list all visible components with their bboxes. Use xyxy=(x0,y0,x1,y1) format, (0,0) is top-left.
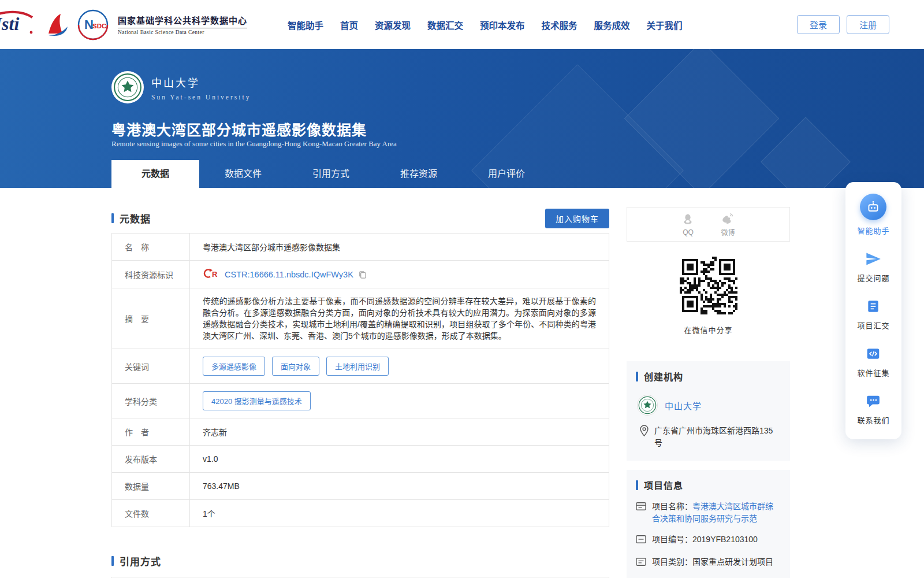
creator-org-row: 中山大学 xyxy=(636,390,781,421)
creator-header: 创建机构 xyxy=(636,369,781,383)
tab-user-reviews[interactable]: 用户评价 xyxy=(463,160,550,188)
meta-value-name: 粤港澳大湾区部分城市遥感影像数据集 xyxy=(190,234,609,260)
keyword-tag[interactable]: 面向对象 xyxy=(272,357,319,376)
svg-text:R: R xyxy=(212,270,218,279)
meta-row-subject: 学科分类 42020 摄影测量与遥感技术 xyxy=(112,384,609,418)
meta-row-name: 名 称 粤港澳大湾区部分城市遥感影像数据集 xyxy=(112,234,609,261)
main-nav: 智能助手 首页 资源发现 数据汇交 预印本发布 技术服务 服务成效 关于我们 xyxy=(288,0,683,49)
meta-value-keywords: 多源遥感影像 面向对象 土地利用识别 xyxy=(190,349,609,383)
metadata-table: 名 称 粤港澳大湾区部分城市遥感影像数据集 科技资源标识 R CSTR:1666… xyxy=(111,233,609,527)
project-name-label: 项目名称： xyxy=(652,502,692,511)
meta-row-version: 发布版本 v1.0 xyxy=(112,446,609,473)
site-title-cn: 国家基础学科公共科学数据中心 xyxy=(118,14,247,26)
meta-row-files: 文件数 1个 xyxy=(112,500,609,527)
dataset-title: 粤港澳大湾区部分城市遥感影像数据集 xyxy=(111,118,367,139)
qr-caption: 在微信中分享 xyxy=(627,324,790,335)
tab-recommended-resources[interactable]: 推荐资源 xyxy=(375,160,463,188)
login-button[interactable]: 登录 xyxy=(797,15,840,34)
share-qq[interactable]: QQ xyxy=(681,213,694,236)
meta-label-abstract: 摘 要 xyxy=(112,288,190,349)
tab-citation[interactable]: 引用方式 xyxy=(287,160,375,188)
meta-label-author: 作 者 xyxy=(112,418,190,445)
nsti-logo-icon: Nsti xyxy=(0,10,35,39)
svg-text:Nsti: Nsti xyxy=(0,13,19,34)
meta-row-author: 作 者 齐志新 xyxy=(112,418,609,446)
tab-metadata[interactable]: 元数据 xyxy=(111,160,199,188)
fp-project-submission[interactable]: 项目汇交 xyxy=(857,298,889,331)
section-accent-bar xyxy=(636,480,638,490)
section-accent-bar xyxy=(636,372,638,381)
meta-row-keywords: 关键词 多源遥感影像 面向对象 土地利用识别 xyxy=(112,349,609,384)
citation-section-title: 引用方式 xyxy=(120,554,161,568)
project-type-text: 项目类别：国家重点研发计划项目 xyxy=(652,556,773,570)
fp-contact-us[interactable]: 联系我们 xyxy=(857,392,889,425)
keyword-tag[interactable]: 土地利用识别 xyxy=(326,357,389,376)
meta-value-subject: 42020 摄影测量与遥感技术 xyxy=(190,384,609,418)
fp-software-collection[interactable]: 软件征集 xyxy=(857,345,889,378)
metadata-section-title: 元数据 xyxy=(120,211,151,225)
meta-row-cstr: 科技资源标识 R CSTR:16666.11.nbsdc.IQwFWy3K xyxy=(112,261,609,288)
nav-item-tech-service[interactable]: 技术服务 xyxy=(542,18,578,31)
project-code-value: 2019YFB2103100 xyxy=(692,535,758,544)
site-logo[interactable]: Nsti N SDC 国家基础学科公共 xyxy=(0,0,247,49)
meta-value-version: v1.0 xyxy=(190,446,609,472)
project-type-value: 国家重点研发计划项目 xyxy=(692,557,773,566)
metadata-section: 元数据 加入购物车 名 称 粤港澳大湾区部分城市遥感影像数据集 科技资源标识 R xyxy=(111,188,609,578)
page: Nsti N SDC 国家基础学科公共 xyxy=(0,0,924,578)
wechat-share: 在微信中分享 xyxy=(627,257,790,335)
project-name-text: 项目名称：粤港澳大湾区城市群综合决策和协同服务研究与示范 xyxy=(652,501,781,525)
fp-ai-assistant[interactable]: 智能助手 xyxy=(857,194,889,236)
fp-software-collection-label: 软件征集 xyxy=(857,367,889,378)
chat-icon xyxy=(865,392,882,410)
nav-item-preprint[interactable]: 预印本发布 xyxy=(480,18,525,31)
nav-item-service-results[interactable]: 服务成效 xyxy=(594,18,630,31)
svg-text:SDC: SDC xyxy=(92,23,106,29)
robot-icon xyxy=(860,194,886,220)
nav-item-about[interactable]: 关于我们 xyxy=(647,18,683,31)
dataset-tabs: 元数据 数据文件 引用方式 推荐资源 用户评价 xyxy=(111,160,550,188)
paper-plane-icon xyxy=(865,250,882,268)
subject-tag[interactable]: 42020 摄影测量与遥感技术 xyxy=(203,391,311,410)
section-accent-bar xyxy=(111,556,114,566)
creator-box: 创建机构 中山大学 广 xyxy=(627,361,790,461)
nsdc-logo-icon: N SDC xyxy=(77,9,109,40)
university-logo xyxy=(111,71,144,103)
meta-value-abstract: 传统的遥感影像分析方法主要基于像素，而不同遥感数据源的空间分辨率存在较大差异，难… xyxy=(190,288,609,349)
meta-value-size: 763.47MB xyxy=(190,473,609,499)
project-name-item: 项目名称：粤港澳大湾区城市群综合决策和协同服务研究与示范 xyxy=(636,501,781,525)
add-to-cart-button[interactable]: 加入购物车 xyxy=(545,209,609,228)
fp-submit-question[interactable]: 提交问题 xyxy=(857,250,889,283)
share-weibo[interactable]: 微博 xyxy=(721,212,735,237)
register-button[interactable]: 注册 xyxy=(847,15,889,34)
location-pin-icon xyxy=(639,425,649,449)
cstr-link[interactable]: CSTR:16666.11.nbsdc.IQwFWy3K xyxy=(225,270,353,279)
nav-item-ai-assistant[interactable]: 智能助手 xyxy=(288,18,323,31)
project-name-icon xyxy=(636,502,646,525)
project-type-item: 项目类别：国家重点研发计划项目 xyxy=(636,556,781,570)
metadata-header: 元数据 加入购物车 xyxy=(111,210,609,226)
creator-org-logo xyxy=(637,395,658,416)
meta-label-version: 发布版本 xyxy=(112,446,190,472)
project-header: 项目信息 xyxy=(636,478,781,492)
meta-value-files: 1个 xyxy=(190,500,609,527)
nav-item-data-submission[interactable]: 数据汇交 xyxy=(427,18,463,31)
meta-label-files: 文件数 xyxy=(112,500,190,527)
creator-address: 广东省广州市海珠区新港西路135号 xyxy=(654,425,776,449)
project-section-title: 项目信息 xyxy=(644,478,683,492)
fp-contact-us-label: 联系我们 xyxy=(857,414,889,425)
keyword-tag[interactable]: 多源遥感影像 xyxy=(203,357,265,376)
university-name-en: Sun Yat-sen University xyxy=(151,94,251,101)
dataset-title-en: Remote sensing images of some cities in … xyxy=(111,139,397,149)
fp-submit-question-label: 提交问题 xyxy=(857,272,889,283)
nav-item-home[interactable]: 首页 xyxy=(340,18,358,31)
site-title: 国家基础学科公共科学数据中心 National Basic Science Da… xyxy=(118,14,247,35)
meta-label-keywords: 关键词 xyxy=(112,349,190,383)
hero-decoration xyxy=(761,117,851,188)
creator-org-link[interactable]: 中山大学 xyxy=(665,399,702,412)
tab-data-files[interactable]: 数据文件 xyxy=(199,160,287,188)
copy-icon[interactable] xyxy=(358,270,367,279)
meta-label-name: 名 称 xyxy=(112,234,190,260)
creator-address-row: 广东省广州市海珠区新港西路135号 xyxy=(636,421,781,449)
nav-item-resource-discovery[interactable]: 资源发现 xyxy=(375,18,411,31)
share-qq-label: QQ xyxy=(683,228,694,236)
